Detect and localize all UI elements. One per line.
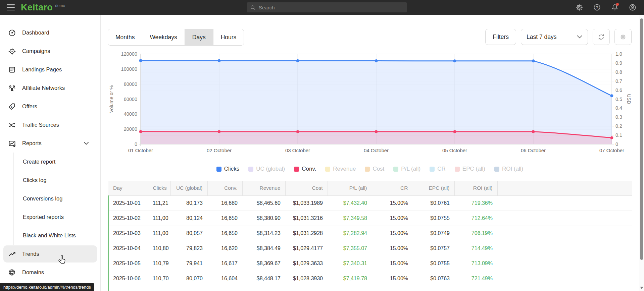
filters-button[interactable]: Filters: [485, 29, 516, 45]
brand[interactable]: Keitaro demo: [21, 3, 65, 12]
table-cell: $8,369.67: [242, 256, 285, 271]
refresh-button[interactable]: [593, 29, 610, 45]
svg-text:06 October: 06 October: [521, 148, 546, 153]
reports-submenu: Create report Clicks log Conversions log…: [13, 153, 100, 245]
table-cell: 719.36%: [454, 195, 497, 211]
legend-item[interactable]: Clicks: [216, 166, 239, 172]
table-row: 2025-10-06110,7080,07016,604$8,448.17$1,…: [108, 271, 632, 286]
legend-item[interactable]: UC (global): [248, 166, 285, 172]
legend-item[interactable]: P/L (all): [393, 166, 420, 172]
column-header[interactable]: ROI (all): [454, 181, 497, 195]
notifications-bell-icon[interactable]: [611, 3, 619, 11]
sidebar-item-trends[interactable]: Trends: [3, 245, 97, 263]
legend-item[interactable]: Cost: [365, 166, 384, 172]
table-cell: 15.00%: [372, 211, 413, 226]
legend-item[interactable]: Conv.: [294, 166, 316, 172]
date-range-value: Last 7 days: [527, 34, 557, 41]
legend-item[interactable]: ROI (all): [494, 166, 523, 172]
sidebar-item-offers[interactable]: $ Offers: [0, 97, 100, 116]
toolbar-controls: Filters Last 7 days: [485, 29, 632, 45]
landing-pages-icon: [8, 66, 16, 74]
tab-weekdays[interactable]: Weekdays: [142, 29, 185, 45]
legend-label: EPC (all): [462, 166, 485, 172]
column-header[interactable]: UC (global): [170, 181, 207, 195]
table-cell: 16,604: [207, 271, 242, 286]
legend-label: Cost: [373, 166, 384, 172]
table-cell: 15.00%: [372, 195, 413, 211]
legend-label: ROI (all): [502, 166, 523, 172]
sidebar-label: Offers: [22, 103, 37, 110]
column-header[interactable]: Clicks: [148, 181, 170, 195]
column-header[interactable]: Cost: [285, 181, 328, 195]
settings-icon[interactable]: [575, 3, 583, 11]
table-cell: $1,028.3930: [285, 271, 328, 286]
table-cell: 15.00%: [372, 226, 413, 241]
svg-text:03 October: 03 October: [285, 148, 310, 153]
view-tabs: Months Weekdays Days Hours: [108, 29, 244, 46]
offers-icon: $: [8, 103, 16, 111]
sidebar-item-dashboard[interactable]: Dashboard: [0, 23, 100, 42]
table-cell: $0.0755: [413, 211, 454, 226]
search-input[interactable]: [259, 5, 404, 10]
table-cell: 80,124: [170, 211, 207, 226]
help-icon[interactable]: ?: [593, 3, 601, 11]
legend-item[interactable]: EPC (all): [455, 166, 485, 172]
submenu-clicks-log[interactable]: Clicks log: [14, 171, 100, 189]
reports-icon: [8, 139, 16, 148]
legend-item[interactable]: Revenue: [325, 166, 356, 172]
submenu-conversions-log[interactable]: Conversions log: [14, 189, 100, 208]
legend-swatch: [216, 167, 221, 172]
table-cell: 16,650: [207, 226, 242, 241]
tab-hours[interactable]: Hours: [213, 29, 244, 45]
table-cell: $1,031.3216: [285, 211, 328, 226]
table-cell: $1,029.3633: [285, 256, 328, 271]
table-cell: 706.19%: [454, 226, 497, 241]
trends-table: DayClicksUC (global)Conv.RevenueCostP/L …: [108, 181, 632, 291]
sidebar-item-affiliate-networks[interactable]: Affiliate Networks: [0, 79, 100, 97]
submenu-create-report[interactable]: Create report: [14, 153, 100, 171]
trends-chart: 02000040000600008000010000012000001 Octo…: [108, 50, 632, 158]
tab-months[interactable]: Months: [108, 29, 142, 45]
sidebar-item-campaigns[interactable]: Campaigns: [0, 42, 100, 60]
legend-swatch: [494, 167, 499, 172]
svg-text:1.0: 1.0: [615, 51, 622, 57]
campaigns-icon: [8, 47, 16, 55]
svg-text:0.5: 0.5: [615, 97, 622, 102]
table-cell: 15.00%: [372, 286, 413, 291]
table-cell: 41,457: [170, 286, 207, 291]
sidebar-item-domains[interactable]: Domains: [0, 263, 100, 282]
sidebar-label: Affiliate Networks: [22, 85, 65, 91]
column-header[interactable]: CR: [372, 181, 413, 195]
column-header[interactable]: Revenue: [242, 181, 285, 195]
date-range-select[interactable]: Last 7 days: [521, 29, 588, 45]
submenu-black-white-lists[interactable]: Black and White Lists: [14, 226, 100, 245]
tab-days[interactable]: Days: [185, 29, 213, 45]
column-header[interactable]: P/L (all): [328, 181, 372, 195]
hamburger-menu-icon[interactable]: [7, 4, 15, 10]
sidebar-label: Trends: [22, 251, 39, 257]
user-avatar-icon[interactable]: [629, 3, 637, 11]
table-cell: 79,823: [170, 241, 207, 256]
sidebar-label: Domains: [22, 269, 44, 276]
column-header[interactable]: EPC (all): [413, 181, 454, 195]
sidebar-item-landings-pages[interactable]: Landings Pages: [0, 60, 100, 79]
column-header[interactable]: Day: [108, 181, 148, 195]
column-header[interactable]: Conv.: [207, 181, 242, 195]
search-bar[interactable]: [247, 2, 407, 12]
legend-item[interactable]: CR: [430, 166, 446, 172]
table-row: 2025-10-05110,7979,94116,617$8,369.67$1,…: [108, 256, 632, 271]
table-cell: $0.0755: [413, 256, 454, 271]
sidebar-item-reports[interactable]: Reports: [0, 134, 100, 153]
scrollbar-thumb[interactable]: [640, 18, 643, 260]
scrollbar-down-arrow[interactable]: [640, 287, 643, 289]
submenu-exported-reports[interactable]: Exported reports: [14, 208, 100, 226]
table-cell: 2025-10-07: [108, 286, 148, 291]
sidebar-item-traffic-sources[interactable]: Traffic Sources: [0, 116, 100, 134]
svg-text:0.8: 0.8: [615, 69, 622, 75]
sidebar-label: Campaigns: [22, 48, 50, 54]
table-cell: 110,79: [148, 256, 170, 271]
chart-settings-button[interactable]: [614, 29, 632, 45]
chart-legend: ClicksUC (global)Conv.RevenueCostP/L (al…: [108, 166, 632, 172]
table-cell: 16,680: [207, 195, 242, 211]
traffic-sources-icon: [8, 121, 16, 129]
